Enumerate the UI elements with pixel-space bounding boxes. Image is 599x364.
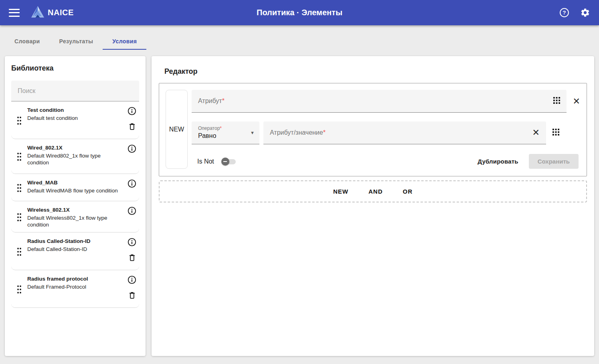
or-button[interactable]: OR (399, 186, 417, 197)
operator-label: Оператор* (198, 125, 250, 131)
condition-description: Default WiredMAB flow type condition (27, 187, 122, 194)
list-item[interactable]: Wired_802.1X Default Wired802_1x flow ty… (11, 139, 139, 174)
drag-handle-icon[interactable] (11, 237, 27, 266)
info-icon[interactable] (127, 106, 137, 116)
list-item[interactable]: Test condition Default test condition (11, 101, 139, 139)
list-item[interactable]: Wired_MAB Default WiredMAB flow type con… (11, 174, 139, 201)
library-panel: Библиотека Test condition Default test c… (5, 56, 146, 356)
brand: NAICE (31, 6, 74, 20)
duplicate-button[interactable]: Дублировать (478, 158, 518, 165)
drag-handle-icon[interactable] (11, 144, 27, 170)
condition-name: Wireless_802.1X (27, 206, 122, 214)
drag-handle-icon[interactable] (11, 106, 27, 135)
settings-gear-icon[interactable] (580, 8, 590, 18)
info-icon[interactable] (127, 179, 137, 188)
tab-results[interactable]: Результаты (50, 33, 103, 50)
list-item[interactable]: Radius Called-Station-ID Default Called-… (11, 233, 139, 270)
brand-name: NAICE (48, 8, 74, 17)
condition-description: Default Wireless802_1x flow type conditi… (27, 214, 122, 228)
condition-status-badge: NEW (166, 90, 188, 169)
tab-bar: Словари Результаты Условия (0, 25, 599, 50)
tab-conditions[interactable]: Условия (103, 33, 146, 50)
value-field[interactable]: Атрибут/значение* ✕ (263, 121, 546, 144)
condition-description: Default Wired802_1x flow type condition (27, 152, 122, 166)
help-icon[interactable]: ? (559, 8, 569, 18)
clear-value-icon[interactable]: ✕ (532, 128, 540, 137)
logo-triangle-icon (31, 6, 45, 20)
info-icon[interactable] (127, 275, 137, 285)
condition-name: Radius Called-Station-ID (27, 237, 122, 245)
drag-handle-icon[interactable] (11, 179, 27, 197)
save-button[interactable]: Сохранить (529, 154, 579, 169)
is-not-toggle[interactable] (221, 158, 236, 166)
new-button[interactable]: NEW (329, 186, 352, 197)
library-title: Библиотека (5, 56, 146, 78)
drag-handle-icon[interactable] (11, 275, 27, 303)
remove-condition-icon[interactable]: ✕ (573, 97, 580, 106)
info-icon[interactable] (127, 237, 137, 247)
editor-panel: Редактор NEW Атрибут* ✕ (152, 56, 594, 356)
is-not-label: Is Not (197, 158, 214, 165)
svg-text:?: ? (563, 10, 566, 16)
condition-description: Default Framed-Protocol (27, 283, 122, 290)
condition-name: Test condition (27, 106, 122, 114)
attribute-picker-grid-icon[interactable] (553, 97, 560, 105)
menu-icon[interactable] (9, 9, 20, 17)
info-icon[interactable] (127, 206, 137, 216)
app-bar: NAICE Политика · Элементы ? (0, 0, 599, 25)
operator-value: Равно (198, 131, 250, 140)
condition-name: Wired_MAB (27, 179, 122, 186)
drag-handle-icon[interactable] (11, 206, 27, 228)
library-list: Test condition Default test condition (11, 101, 139, 308)
editor-title: Редактор (152, 56, 594, 83)
and-button[interactable]: AND (364, 186, 387, 197)
condition-name: Wired_802.1X (27, 144, 122, 152)
tab-dictionaries[interactable]: Словари (5, 33, 50, 50)
operator-select[interactable]: Оператор* Равно ▼ (192, 121, 259, 144)
info-icon[interactable] (127, 144, 137, 154)
delete-icon[interactable] (127, 290, 137, 300)
attribute-field[interactable]: Атрибут* (192, 90, 567, 113)
condition-description: Default test condition (27, 115, 122, 121)
condition-name: Radius framed protocol (27, 275, 122, 283)
list-item[interactable]: Wireless_802.1X Default Wireless802_1x f… (11, 201, 139, 233)
value-picker-grid-icon[interactable] (552, 129, 559, 137)
delete-icon[interactable] (127, 121, 137, 131)
condition-description: Default Called-Station-ID (27, 246, 122, 253)
search-input[interactable] (11, 81, 139, 101)
chevron-down-icon: ▼ (250, 130, 255, 135)
add-condition-dropzone[interactable]: NEW AND OR (159, 180, 587, 202)
page-title: Политика · Элементы (0, 8, 599, 17)
condition-card: NEW Атрибут* ✕ (159, 83, 587, 176)
delete-icon[interactable] (127, 253, 137, 262)
list-item[interactable]: Radius framed protocol Default Framed-Pr… (11, 270, 139, 308)
